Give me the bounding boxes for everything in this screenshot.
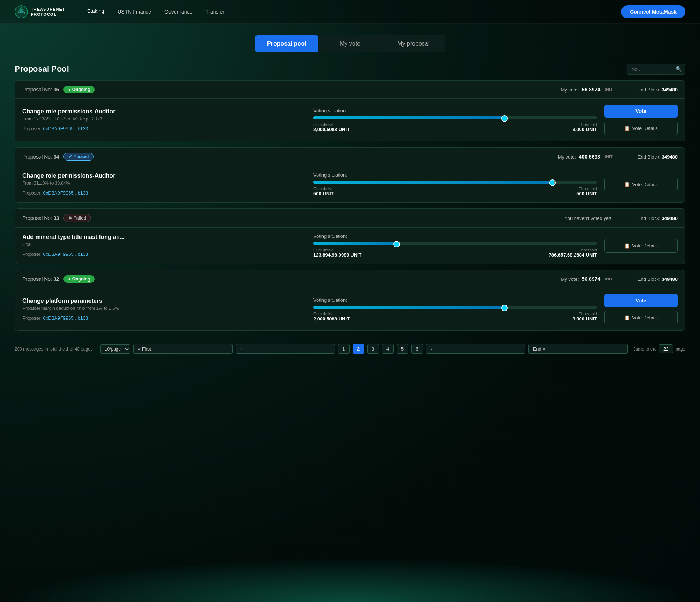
cumulative-value: 123,894,98.9989 UNIT xyxy=(313,252,362,258)
progress-fill xyxy=(313,181,554,184)
end-block: End Block: 349480 xyxy=(638,215,678,221)
proposal-info: Change platform parameters Producer marg… xyxy=(22,298,306,321)
proposal-card-34: Proposal No: 34 ✔ Passed My vote: 400.56… xyxy=(15,147,685,203)
tab-proposal-pool[interactable]: Proposal pool xyxy=(255,35,318,52)
jump-to: Jump to the page xyxy=(634,344,685,353)
status-label: Ongoing xyxy=(72,276,90,282)
progress-bar xyxy=(313,306,597,309)
vote-details-button[interactable]: 📋 Vote Details xyxy=(604,122,678,135)
proposal-sub: From 0xD3A9F...b133 to 0x13u5p...2B73 xyxy=(22,116,306,122)
proposal-title: Add mineral type title mast long aii... xyxy=(22,234,306,240)
nav-ustn-finance[interactable]: USTN Finance xyxy=(117,9,151,15)
vote-details-button[interactable]: 📋 Vote Details xyxy=(604,178,678,191)
search-input[interactable] xyxy=(631,66,675,72)
status-label: Passed xyxy=(73,154,89,159)
threshold-label: Threshold xyxy=(576,186,597,191)
card-body: Change role permissions-Auditor From 31.… xyxy=(15,166,685,202)
status-badge: ● Ongoing xyxy=(63,275,95,283)
proposal-sub: From 31.10% to 30.04% xyxy=(22,181,306,186)
vote-button[interactable]: Vote xyxy=(604,294,678,307)
logo-line2: PROTOCOL xyxy=(31,12,65,17)
page-label: page xyxy=(675,347,685,352)
threshold-value: 3,000 UNIT xyxy=(573,316,597,322)
proposal-card-35: Proposal No: 35 ● Ongoing My vote: 56.89… xyxy=(15,80,685,141)
vote-details-button[interactable]: 📋 Vote Details xyxy=(604,239,678,253)
vote-button[interactable]: Vote xyxy=(604,105,678,118)
status-badge: ✔ Passed xyxy=(63,153,94,161)
proposer-label: Proposer: xyxy=(22,316,41,321)
cumulative-label: Cumulative xyxy=(313,122,350,127)
proposer-label: Proposer: xyxy=(22,252,41,257)
search-box: 🔍 xyxy=(627,64,685,75)
proposal-no-label: Proposal No: 35 xyxy=(22,87,59,93)
nav-staking[interactable]: Staking xyxy=(87,8,105,15)
proposals-list: Proposal No: 35 ● Ongoing My vote: 56.89… xyxy=(15,80,685,331)
threshold-marker xyxy=(569,241,569,246)
pagination-bar: 200 messages in total the 1 of 40 pages … xyxy=(15,337,685,358)
progress-bar xyxy=(313,116,597,119)
vote-details-button[interactable]: 📋 Vote Details xyxy=(604,311,678,324)
proposal-sub: Producer margin deduction ratio from 1% … xyxy=(22,306,306,311)
proposer-value: 0xD3A9F9965...b133 xyxy=(43,315,88,321)
proposer-value: 0xD3A9F9965...b133 xyxy=(43,190,88,196)
pagination-info: 200 messages in total the 1 of 40 pages xyxy=(15,347,93,352)
proposal-info: Add mineral type title mast long aii... … xyxy=(22,234,306,257)
status-icon: ● xyxy=(68,276,70,282)
page-4-button[interactable]: 4 xyxy=(382,344,394,354)
status-icon: ● xyxy=(68,87,70,92)
details-label: Vote Details xyxy=(632,315,657,320)
status-label: Ongoing xyxy=(72,87,90,92)
proposal-no-label: Proposal No: 32 xyxy=(22,276,59,282)
bottom-decoration xyxy=(0,558,700,602)
tab-bar-container: Proposal pool My vote My proposal xyxy=(0,24,700,60)
status-badge: ● Ongoing xyxy=(63,86,95,93)
progress-fill xyxy=(313,306,506,309)
logo-icon xyxy=(15,5,28,18)
proposer-label: Proposer: xyxy=(22,191,41,196)
threshold-value: 500 UNIT xyxy=(576,191,597,196)
cumulative-label: Cumulative xyxy=(313,248,362,252)
cumulative-label: Cumulative xyxy=(313,186,334,191)
tab-my-vote[interactable]: My vote xyxy=(318,35,382,52)
proposal-card-33: Proposal No: 33 ✖ Failed You haven't vot… xyxy=(15,208,685,264)
card-body: Add mineral type title mast long aii... … xyxy=(15,228,685,264)
my-vote-unit: UNIT xyxy=(603,277,613,281)
next-page-button[interactable]: › xyxy=(426,344,525,354)
card-mid-info: My vote: 56.8974 UNIT End Block: 349480 xyxy=(561,276,678,282)
per-page-select[interactable]: 10/page xyxy=(100,344,130,354)
voting-section: Voting situation: Cumulative 2,000.5088 … xyxy=(313,297,597,322)
page-2-button[interactable]: 2 xyxy=(353,344,364,354)
end-block: End Block: 349480 xyxy=(638,154,678,160)
action-buttons: 📋 Vote Details xyxy=(604,178,678,191)
connect-metamask-button[interactable]: Connect MetaMask xyxy=(621,5,685,18)
threshold-marker xyxy=(569,116,569,120)
nav-transfer[interactable]: Transfer xyxy=(205,9,225,15)
prev-page-button[interactable]: ‹ xyxy=(236,344,335,354)
first-page-button[interactable]: « First xyxy=(133,344,233,354)
end-block-value: 349480 xyxy=(662,87,678,93)
my-vote-value: 56.8974 xyxy=(582,276,601,282)
jump-to-input[interactable] xyxy=(659,344,673,353)
voting-label: Voting situation: xyxy=(313,108,597,113)
page-3-button[interactable]: 3 xyxy=(367,344,379,354)
card-header: Proposal No: 35 ● Ongoing My vote: 56.89… xyxy=(15,81,685,99)
my-vote-label: My vote: xyxy=(561,87,579,93)
proposal-title: Change role permissions-Auditor xyxy=(22,108,306,115)
nav-governance[interactable]: Governance xyxy=(164,9,192,15)
threshold-label: Threshold xyxy=(573,312,597,316)
status-icon: ✔ xyxy=(68,154,72,159)
logo-line1: TREASURENET xyxy=(31,7,65,12)
svg-point-3 xyxy=(20,11,22,13)
card-header: Proposal No: 34 ✔ Passed My vote: 400.56… xyxy=(15,148,685,166)
details-icon: 📋 xyxy=(624,315,630,320)
section-header: Proposal Pool 🔍 xyxy=(15,64,685,75)
page-6-button[interactable]: 6 xyxy=(411,344,423,354)
tab-my-proposal[interactable]: My proposal xyxy=(382,35,445,52)
end-page-button[interactable]: End » xyxy=(528,344,628,354)
progress-fill xyxy=(313,242,398,245)
page-5-button[interactable]: 5 xyxy=(397,344,408,354)
page-1-button[interactable]: 1 xyxy=(338,344,350,354)
card-mid-info: You haven't voted yet!: End Block: 34948… xyxy=(565,215,678,221)
voting-label: Voting situation: xyxy=(313,172,597,178)
proposer-label: Proposer: xyxy=(22,126,41,131)
